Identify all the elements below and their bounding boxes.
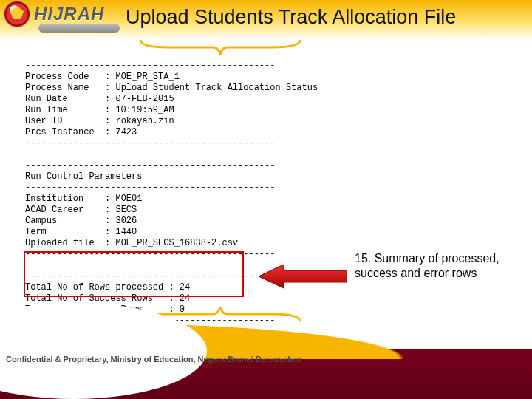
brand-underline: [38, 24, 120, 33]
row-run-date: Run Date : 07-FEB-2015: [25, 94, 174, 104]
callout-text: 15. Summary of processed, success and er…: [355, 251, 502, 281]
row-term: Term : 1440: [25, 227, 137, 237]
footer-text: Confidential & Proprietary, Ministry of …: [6, 355, 301, 364]
row-process-code: Process Code : MOE_PR_STA_1: [25, 72, 180, 82]
brand-text: HIJRAH: [34, 4, 104, 24]
row-campus: Campus : 3026: [25, 216, 137, 226]
row-rcp-heading: Run Control Parameters: [25, 171, 142, 182]
row-user-id: User ID : rokayah.zin: [25, 116, 174, 126]
svg-marker-0: [259, 265, 347, 288]
divider: ----------------------------------------…: [25, 138, 275, 149]
row-prcs-instance: Prcs Instance : 7423: [25, 127, 137, 137]
divider: ----------------------------------------…: [25, 183, 275, 193]
row-run-time: Run Time : 10:19:59_AM: [25, 105, 174, 115]
row-acad-career: ACAD Career : SECS: [25, 205, 137, 215]
arrow-left-icon: [259, 263, 347, 290]
crest-icon: [4, 1, 30, 27]
divider: ----------------------------------------…: [25, 61, 275, 71]
row-institution: Institution : MOE01: [25, 194, 142, 204]
header-band: HIJRAH Upload Students Track Allocation …: [0, 0, 532, 40]
logo: HIJRAH: [4, 1, 104, 27]
page-title: Upload Students Track Allocation File: [126, 6, 528, 29]
row-process-name: Process Name : Upload Student Track Allo…: [25, 83, 318, 93]
footer: Confidential & Proprietary, Ministry of …: [0, 340, 532, 399]
divider: ----------------------------------------…: [25, 160, 275, 171]
bracket-top-icon: [139, 38, 301, 55]
summary-highlight-box: [24, 251, 244, 297]
row-uploaded-file: Uploaded file : MOE_PR_SECS_16838-2.csv: [25, 238, 238, 248]
